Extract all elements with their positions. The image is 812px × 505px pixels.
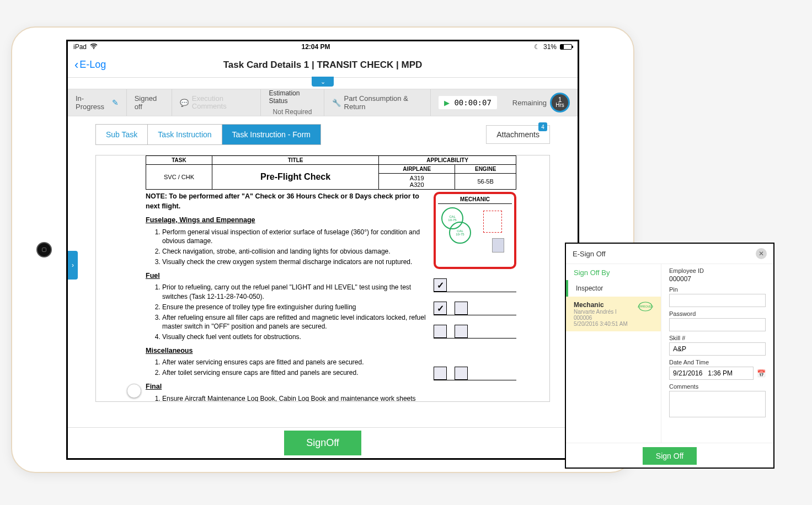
back-label: E-Log <box>79 59 106 71</box>
emp-id-value: 000007 <box>669 275 766 283</box>
doc-note: NOTE: To be performed after "A" Check or… <box>146 192 427 211</box>
list-item: Check navigation, strobe, anti-collision… <box>162 247 427 256</box>
estimation-status: Estimation Status Not Required <box>261 89 324 116</box>
stamp-icon: CAL10-75 <box>449 222 471 244</box>
dropdown-toggle[interactable]: ⌄ <box>312 77 334 87</box>
stamp-placeholder-icon <box>483 211 502 233</box>
check-row <box>434 320 516 339</box>
footer-bar: SignOff <box>68 427 578 458</box>
battery-icon <box>560 44 572 50</box>
check-row <box>434 297 516 315</box>
chevron-left-icon: ‹ <box>74 58 78 72</box>
checkbox[interactable] <box>434 278 447 292</box>
section-fuselage-list: Perform general visual inspection of ext… <box>162 228 427 267</box>
device-label: iPad <box>73 43 87 51</box>
side-expand-handle[interactable]: › <box>68 251 78 280</box>
timer[interactable]: ▶ 00:00:07 <box>439 96 496 109</box>
role-label: Inspector <box>576 284 603 292</box>
close-icon: ✕ <box>758 250 764 257</box>
task-value: SVC / CHK <box>146 165 212 190</box>
estimation-label: Estimation Status <box>269 89 316 105</box>
home-button[interactable] <box>36 242 52 257</box>
svg-text:APPROVED: APPROVED <box>638 305 653 308</box>
checkbox[interactable] <box>455 325 468 338</box>
col-airplane: AIRPLANE <box>379 165 455 174</box>
comments-input[interactable] <box>669 391 766 417</box>
timer-value: 00:00:07 <box>454 98 491 107</box>
tab-sub-task[interactable]: Sub Task <box>96 125 148 144</box>
scroll-knob[interactable] <box>127 384 141 398</box>
back-button[interactable]: ‹ E-Log <box>68 58 113 72</box>
comments-label: Comments <box>669 383 766 390</box>
checkbox[interactable] <box>434 367 447 380</box>
password-input[interactable] <box>669 318 766 331</box>
stamp-slot-icon <box>492 238 504 253</box>
list-item: Perform general visual inspection of ext… <box>162 228 427 246</box>
comment-icon: 💬 <box>180 99 189 107</box>
checkbox[interactable] <box>434 302 447 315</box>
section-fuel-list: Prior to refueling, carry out the refuel… <box>162 283 427 342</box>
part-consumption-label: Part Consumption & Return <box>344 94 423 111</box>
esign-footer: Sign Off <box>566 443 773 468</box>
role-inspector[interactable]: Inspector <box>566 280 661 297</box>
check-row <box>434 362 516 380</box>
exec-comments-label: Execution Comments <box>192 95 253 111</box>
checkbox[interactable] <box>434 325 447 338</box>
list-item: After water servicing ensures caps are f… <box>162 358 427 367</box>
execution-comments[interactable]: 💬 Execution Comments <box>172 89 261 116</box>
checkbox[interactable] <box>455 302 468 315</box>
section-fuselage-title: Fuselage, Wings and Empennage <box>146 216 427 225</box>
pin-input[interactable] <box>669 294 766 307</box>
airplane-value: A319 A320 <box>379 174 455 190</box>
doc-header-table: TASK TITLE APPLICABILITY SVC / CHK Pre-F… <box>146 155 516 190</box>
doc-signoff-column: MECHANIC CAL10-75 CAL10-75 <box>434 192 516 402</box>
skill-input[interactable] <box>669 342 766 356</box>
signed-off-chip[interactable]: Signed off <box>127 89 172 116</box>
close-button[interactable]: ✕ <box>756 248 767 259</box>
attachments-button[interactable]: Attachments 4 <box>486 125 550 144</box>
part-consumption[interactable]: 🔧 Part Consumption & Return <box>324 89 431 116</box>
esign-roles-list: Sign Off By Inspector APPROVED Mechanic … <box>566 264 661 443</box>
check-row <box>434 397 516 402</box>
nav-header: ‹ E-Log Task Card Details 1 | TRANSIT CH… <box>68 52 578 78</box>
esign-form: Employee ID 000007 Pin Password Skill # … <box>661 264 773 443</box>
esign-submit-button[interactable]: Sign Off <box>643 447 697 465</box>
role-timestamp: 5/20/2016 3:40:51 AM <box>574 321 653 327</box>
svg-point-0 <box>93 48 94 49</box>
battery-percent: 31% <box>543 43 557 51</box>
datetime-input[interactable] <box>669 367 754 380</box>
list-item: After refueling ensure all filler caps a… <box>162 313 427 332</box>
status-label: In-Progress <box>76 94 109 111</box>
section-final-title: Final <box>146 382 427 392</box>
timer-section: ▶ 00:00:07 <box>431 89 504 116</box>
doc-body-text: NOTE: To be performed after "A" Check or… <box>146 192 434 402</box>
tab-task-instruction[interactable]: Task Instruction <box>148 125 222 144</box>
tabs: Sub Task Task Instruction Task Instructi… <box>95 124 321 145</box>
esign-header: E-Sign Off ✕ <box>566 244 773 264</box>
section-misc-title: Miscellaneous <box>146 346 427 356</box>
toolbar: In-Progress ✎ Signed off 💬 Execution Com… <box>68 89 578 116</box>
datetime-label: Date And Time <box>669 359 766 366</box>
role-emp-id: 000006 <box>574 315 653 321</box>
mechanic-signature-box[interactable]: MECHANIC CAL10-75 CAL10-75 <box>434 192 516 269</box>
approved-stamp-icon: APPROVED <box>638 301 653 312</box>
esign-off-panel: E-Sign Off ✕ Sign Off By Inspector APPRO… <box>565 243 774 469</box>
signed-off-label: Signed off <box>135 94 164 111</box>
estimation-value: Not Required <box>273 108 312 116</box>
role-mechanic[interactable]: APPROVED Mechanic Narvarte Andrés I 0000… <box>566 297 661 331</box>
status-chip[interactable]: In-Progress ✎ <box>68 89 127 116</box>
engine-value: 56-5B <box>455 174 516 190</box>
signoff-button[interactable]: SignOff <box>284 431 361 455</box>
col-title: TITLE <box>212 156 379 165</box>
document-viewer[interactable]: TASK TITLE APPLICABILITY SVC / CHK Pre-F… <box>95 155 550 402</box>
checkbox[interactable] <box>455 367 468 380</box>
section-misc-list: After water servicing ensures caps are f… <box>162 358 427 378</box>
edit-icon: ✎ <box>112 98 119 107</box>
calendar-icon[interactable]: 📅 <box>757 369 766 378</box>
remaining-label: Remaining <box>512 99 547 107</box>
esign-title: E-Sign Off <box>573 250 606 258</box>
remaining-unit: Hrs <box>555 103 564 108</box>
clock: 12:04 PM <box>301 43 330 51</box>
password-label: Password <box>669 310 766 317</box>
tab-task-instruction-form[interactable]: Task Instruction - Form <box>222 125 320 144</box>
